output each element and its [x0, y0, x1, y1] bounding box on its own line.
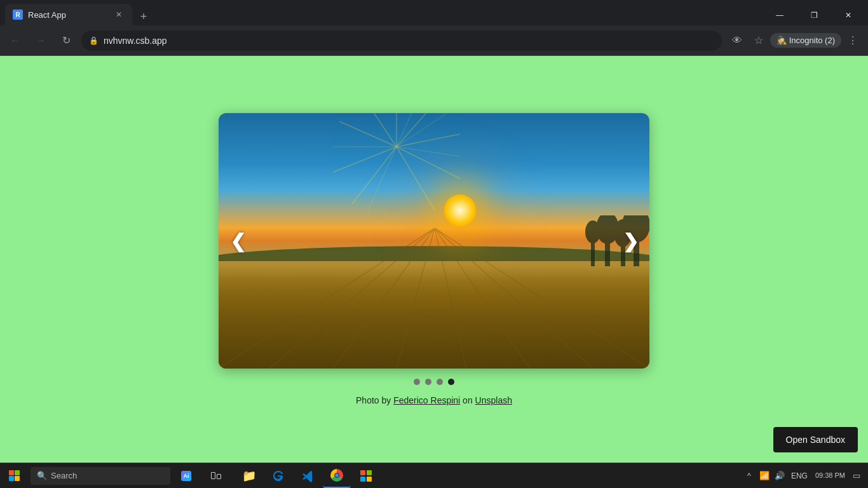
carousel-dot-1[interactable] [425, 379, 431, 385]
tab-title: React App [28, 10, 108, 20]
carousel-dot-0[interactable] [414, 379, 420, 385]
clock-time: 09:38 PM [815, 471, 845, 480]
ai-icon: Ai [181, 471, 191, 481]
sun-rays [333, 113, 460, 210]
incognito-label: Incognito (2) [789, 36, 835, 45]
svg-rect-33 [360, 477, 365, 482]
caption-on: on [460, 395, 475, 405]
toolbar-icons: 👁 ☆ 🕵 Incognito (2) ⋮ [727, 30, 863, 51]
search-icon: 🔍 [37, 471, 47, 480]
ai-button[interactable]: Ai [170, 463, 202, 489]
edge-button[interactable] [264, 464, 292, 488]
colorful-app-button[interactable] [352, 464, 380, 488]
address-bar[interactable]: 🔒 nvhvnw.csb.app [81, 30, 722, 51]
carousel-dot-3[interactable] [448, 379, 454, 385]
caption-prefix: Photo by [356, 395, 393, 405]
active-tab[interactable]: R React App ✕ [5, 4, 132, 25]
bookmark-icon[interactable]: ☆ [749, 30, 769, 51]
eye-off-icon[interactable]: 👁 [727, 30, 747, 51]
taskbar: 🔍 Search Ai 📁 [0, 463, 868, 488]
carousel: ❮ ❯ [219, 113, 649, 369]
tab-strip: R React App ✕ + [5, 0, 863, 25]
svg-rect-32 [367, 470, 372, 475]
search-text: Search [51, 471, 77, 480]
tab-favicon: R [13, 10, 23, 20]
incognito-badge[interactable]: 🕵 Incognito (2) [770, 33, 841, 48]
clock[interactable]: 09:38 PM [813, 471, 848, 480]
photographer-link[interactable]: Federico Respini [393, 395, 460, 405]
address-text: nvhvnw.csb.app [104, 36, 714, 46]
file-explorer-icon: 📁 [242, 469, 256, 483]
windows-logo-icon [9, 470, 20, 481]
volume-icon[interactable]: 🔊 [773, 470, 786, 482]
svg-rect-34 [367, 477, 372, 482]
network-icon[interactable]: 📶 [758, 470, 771, 482]
start-button[interactable] [0, 463, 28, 489]
minimize-button[interactable]: — [765, 5, 794, 25]
new-tab-button[interactable]: + [135, 8, 153, 25]
forward-button[interactable]: → [31, 30, 51, 51]
chrome-button[interactable] [323, 464, 351, 488]
tab-close-button[interactable]: ✕ [113, 9, 125, 20]
svg-rect-31 [360, 470, 365, 475]
carousel-dot-2[interactable] [437, 379, 443, 385]
task-view-button[interactable] [202, 464, 230, 488]
ai-label: Ai [184, 473, 189, 479]
window-controls: — ❒ ✕ [765, 5, 863, 25]
file-explorer-button[interactable]: 📁 [235, 464, 263, 488]
chrome-icon [330, 469, 343, 482]
svg-line-10 [397, 113, 454, 147]
svg-line-1 [397, 113, 441, 147]
vscode-icon [301, 470, 314, 482]
svg-line-8 [358, 113, 397, 147]
svg-point-30 [585, 220, 600, 243]
close-button[interactable]: ✕ [834, 5, 863, 25]
language-text[interactable]: ENG [789, 471, 810, 480]
carousel-image [219, 113, 649, 369]
task-view-icon [211, 472, 221, 479]
carousel-caption: Photo by Federico Respini on Unsplash [356, 395, 512, 405]
open-sandbox-button[interactable]: Open Sandbox [773, 427, 858, 452]
restore-button[interactable]: ❒ [799, 5, 829, 25]
desktop-show-icon[interactable]: ▭ [850, 470, 863, 482]
refresh-button[interactable]: ↻ [56, 30, 76, 51]
carousel-dots [414, 379, 454, 385]
taskbar-search[interactable]: 🔍 Search [31, 467, 170, 485]
edge-icon [272, 470, 285, 482]
main-content: ❮ ❯ Photo by Federico Respini on Unsplas… [0, 56, 868, 463]
title-bar: R React App ✕ + — ❒ ✕ [0, 0, 868, 25]
vscode-button[interactable] [294, 464, 322, 488]
carousel-next-button[interactable]: ❯ [616, 227, 644, 255]
platform-link[interactable]: Unsplash [475, 395, 512, 405]
colorful-app-icon [360, 470, 372, 482]
carousel-prev-button[interactable]: ❮ [224, 227, 252, 255]
menu-icon[interactable]: ⋮ [843, 30, 863, 51]
system-tray: ^ 📶 🔊 ENG 09:38 PM ▭ [743, 470, 868, 482]
tray-arrow-icon[interactable]: ^ [743, 470, 756, 482]
security-icon: 🔒 [89, 36, 98, 45]
incognito-icon: 🕵 [776, 36, 787, 45]
taskbar-apps: 📁 [235, 464, 380, 488]
back-button[interactable]: ← [5, 30, 25, 51]
address-bar-row: ← → ↻ 🔒 nvhvnw.csb.app 👁 ☆ 🕵 Incognito (… [0, 25, 868, 56]
